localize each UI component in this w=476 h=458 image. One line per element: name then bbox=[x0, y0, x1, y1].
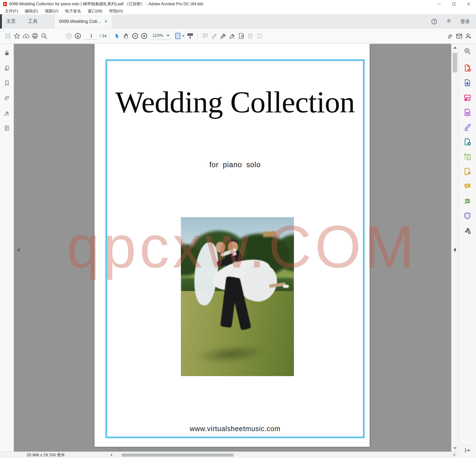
convert-file-icon[interactable] bbox=[463, 108, 472, 117]
page-number-field: / 34 bbox=[85, 32, 107, 40]
notes-document-icon[interactable] bbox=[3, 125, 10, 131]
security-lock-icon[interactable] bbox=[3, 50, 10, 56]
edit-pdf-rail-icon[interactable] bbox=[463, 123, 472, 131]
tab-document[interactable]: 0099.Wedding Coll... ✕ bbox=[54, 14, 112, 28]
share-cloud-button[interactable] bbox=[21, 31, 30, 41]
tabbar-right: 登录 bbox=[431, 14, 470, 29]
toolbar-separator bbox=[197, 32, 198, 40]
favorite-star-button[interactable] bbox=[12, 31, 21, 41]
page-total-label: / 34 bbox=[100, 34, 107, 39]
send-file-icon[interactable] bbox=[463, 138, 472, 146]
create-pdf-icon[interactable] bbox=[463, 64, 472, 72]
previous-page-button[interactable] bbox=[64, 31, 73, 41]
protect-pdf-icon[interactable] bbox=[463, 211, 472, 220]
maximize-button[interactable] bbox=[446, 0, 461, 8]
zoom-level-field[interactable]: 110% bbox=[150, 32, 172, 40]
rotate-pages-button[interactable] bbox=[255, 31, 264, 41]
document-title-text: Wedding Collection bbox=[107, 85, 363, 120]
share-with-people-button[interactable] bbox=[464, 31, 473, 41]
page-thumbnails-icon[interactable] bbox=[3, 65, 10, 71]
comment-rail-icon[interactable] bbox=[463, 182, 472, 190]
horizontal-scrollbar-thumb[interactable] bbox=[122, 453, 233, 457]
zoom-level-value: 110% bbox=[153, 33, 163, 38]
acrobat-window: 0099.Wedding Collection for piano solo (… bbox=[0, 0, 476, 458]
right-tools-rail bbox=[458, 44, 476, 458]
zoom-dropdown-icon[interactable] bbox=[167, 35, 170, 36]
menu-window[interactable]: 窗口(W) bbox=[85, 8, 106, 14]
sign-pen-button[interactable] bbox=[219, 31, 228, 41]
menu-help[interactable]: 帮助(H) bbox=[106, 8, 126, 14]
document-tab-label: 0099.Wedding Coll... bbox=[59, 19, 101, 24]
next-page-button[interactable] bbox=[73, 31, 82, 41]
expand-right-panel-button[interactable] bbox=[453, 248, 456, 252]
zoom-in-button[interactable] bbox=[140, 31, 149, 41]
pdf-page: Wedding Collection for piano solo bbox=[94, 44, 370, 447]
help-icon[interactable] bbox=[431, 18, 437, 25]
expand-panel-icon[interactable] bbox=[463, 446, 472, 455]
window-edge-strip bbox=[0, 14, 2, 29]
more-tools-icon[interactable] bbox=[463, 226, 472, 235]
login-button[interactable]: 登录 bbox=[460, 18, 470, 25]
collapse-left-panel-button[interactable] bbox=[17, 248, 19, 252]
vertical-scrollbar-thumb[interactable] bbox=[453, 53, 457, 72]
window-title: 0099.Wedding Collection for piano solo (… bbox=[9, 1, 203, 7]
vertical-scrollbar[interactable] bbox=[451, 44, 458, 452]
horizontal-scrollbar[interactable] bbox=[114, 452, 451, 458]
select-tool-button[interactable] bbox=[113, 31, 122, 41]
menu-esign[interactable]: 电子签名 bbox=[62, 8, 85, 14]
scan-ocr-icon[interactable] bbox=[463, 152, 472, 161]
close-document-tab-icon[interactable]: ✕ bbox=[104, 19, 108, 23]
search-button[interactable] bbox=[40, 31, 49, 41]
photo-texture bbox=[181, 217, 294, 376]
rail-bottom bbox=[459, 448, 476, 455]
rail-divider bbox=[462, 60, 472, 60]
request-signatures-icon[interactable] bbox=[463, 167, 472, 176]
menu-file[interactable]: 文件(F) bbox=[1, 8, 21, 14]
menubar: 文件(F) 编辑(E) 视图(V) 电子签名 窗口(W) 帮助(H) bbox=[0, 8, 476, 14]
scroll-left-icon[interactable] bbox=[110, 453, 112, 457]
bookmarks-icon[interactable] bbox=[3, 80, 10, 86]
left-navigation-rail bbox=[0, 44, 14, 452]
organize-pages-icon[interactable] bbox=[463, 93, 472, 102]
notifications-bell-icon[interactable] bbox=[446, 18, 452, 25]
wedding-couple-photo bbox=[181, 217, 294, 376]
comment-tool-button[interactable] bbox=[201, 31, 210, 41]
menu-view[interactable]: 视图(V) bbox=[42, 8, 62, 14]
tab-tools[interactable]: 工具 bbox=[22, 14, 44, 28]
tab-home[interactable]: 主页 bbox=[0, 14, 22, 28]
edit-pdf-button[interactable] bbox=[237, 31, 246, 41]
statusbar: 20.988 x 29.700 厘米 bbox=[0, 452, 458, 458]
optimize-pdf-icon[interactable] bbox=[463, 197, 472, 205]
scroll-right-icon[interactable] bbox=[454, 453, 456, 457]
scroll-up-icon[interactable] bbox=[453, 47, 457, 49]
share-link-button[interactable] bbox=[446, 31, 455, 41]
fit-page-button[interactable] bbox=[173, 31, 186, 41]
search-tools-icon[interactable] bbox=[463, 47, 472, 55]
titlebar: 0099.Wedding Collection for piano solo (… bbox=[0, 0, 476, 8]
scroll-down-icon[interactable] bbox=[453, 447, 457, 449]
tabbar: 主页 工具 0099.Wedding Coll... ✕ 登录 bbox=[0, 14, 476, 29]
document-viewport[interactable]: Wedding Collection for piano solo bbox=[14, 44, 451, 452]
export-pdf-icon[interactable] bbox=[463, 78, 472, 87]
signatures-pen-icon[interactable] bbox=[3, 110, 10, 116]
print-button[interactable] bbox=[30, 31, 40, 41]
window-controls bbox=[432, 0, 476, 8]
close-button[interactable] bbox=[461, 0, 476, 8]
page-number-input[interactable] bbox=[85, 32, 98, 40]
minimize-button[interactable] bbox=[432, 0, 446, 8]
page-display-button[interactable] bbox=[186, 31, 195, 41]
toolbar-separator bbox=[110, 32, 110, 40]
document-website-text: www.virtualsheetmusic.com bbox=[107, 425, 363, 433]
zoom-out-button[interactable] bbox=[131, 31, 140, 41]
save-button[interactable] bbox=[3, 31, 12, 41]
hand-tool-button[interactable] bbox=[122, 31, 131, 41]
page-size-label: 20.988 x 29.700 厘米 bbox=[27, 452, 65, 458]
attachments-paperclip-icon[interactable] bbox=[3, 95, 10, 101]
delete-pages-button[interactable] bbox=[246, 31, 255, 41]
fit-page-dropdown-icon[interactable] bbox=[182, 35, 185, 37]
highlight-tool-button[interactable] bbox=[210, 31, 219, 41]
email-button[interactable] bbox=[455, 31, 464, 41]
rail-divider bbox=[462, 446, 472, 446]
fill-sign-button[interactable] bbox=[228, 31, 237, 41]
menu-edit[interactable]: 编辑(E) bbox=[21, 8, 42, 14]
